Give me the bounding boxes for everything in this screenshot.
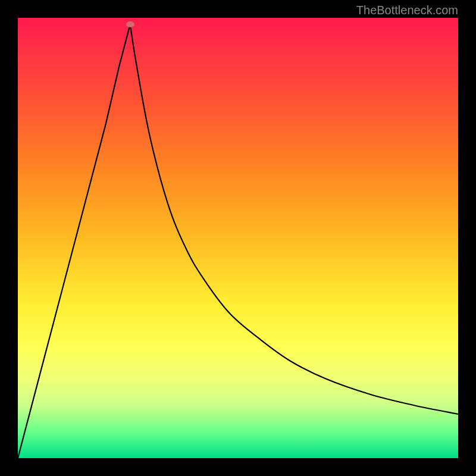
- watermark-text: TheBottleneck.com: [356, 4, 458, 17]
- bottleneck-curve: [18, 18, 458, 458]
- optimal-point-marker: [126, 21, 134, 27]
